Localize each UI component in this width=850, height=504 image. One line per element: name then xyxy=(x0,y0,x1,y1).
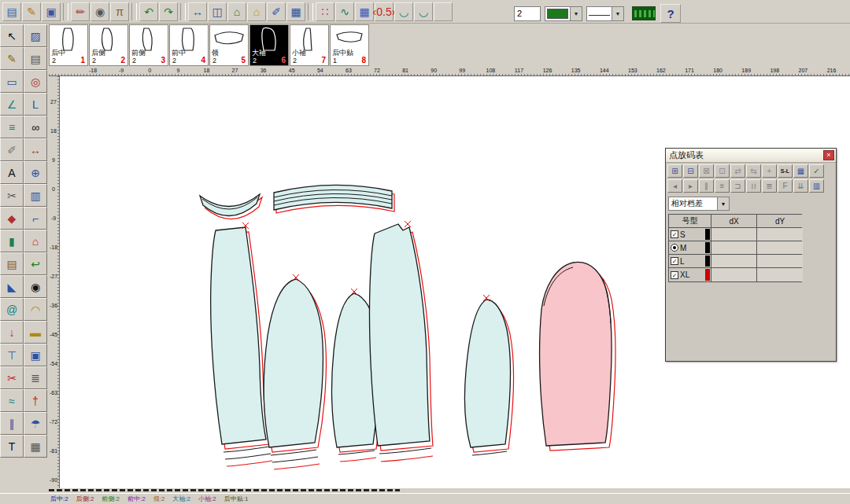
color-wheel-icon[interactable] xyxy=(434,2,453,21)
pattern-piece-tab[interactable]: 小袖 2 7 xyxy=(290,24,329,66)
size-row[interactable]: ✓ S xyxy=(669,228,801,241)
list-grade-icon[interactable]: ≣ xyxy=(762,179,777,193)
size-checkbox[interactable]: ✓ xyxy=(671,271,678,279)
size-row[interactable]: ✓ M xyxy=(669,241,801,255)
dx-cell[interactable] xyxy=(711,228,757,241)
size-range-icon[interactable]: S-L xyxy=(778,164,793,178)
workbench-icon[interactable]: π xyxy=(110,2,129,21)
redo-icon[interactable]: ↷ xyxy=(159,2,178,21)
books-tool-icon[interactable]: ▤ xyxy=(0,252,24,275)
grid-table-icon[interactable]: ▦ xyxy=(355,2,374,21)
piece-yellow-icon[interactable]: ⌂ xyxy=(247,2,266,21)
size-radio[interactable] xyxy=(671,244,678,252)
drill-tool-icon[interactable]: † xyxy=(24,389,47,412)
dropper-tool-icon[interactable]: ✐ xyxy=(0,138,24,161)
copy-grade-icon[interactable]: ⊞ xyxy=(667,164,682,178)
sewing-machine-tool-icon[interactable]: ⌐ xyxy=(24,207,47,230)
pattern-piece-tab[interactable]: 后中 2 1 xyxy=(49,24,88,66)
stamp-tool-icon[interactable]: ▣ xyxy=(24,344,47,366)
knife-tool-icon[interactable]: ✂ xyxy=(0,184,24,207)
spiral-tool-icon[interactable]: @ xyxy=(0,298,24,321)
swap-xy-icon[interactable]: ⇄ xyxy=(730,164,745,178)
size-checkbox[interactable]: ✓ xyxy=(671,230,678,238)
rect-tool-icon[interactable]: ▭ xyxy=(0,70,24,93)
flowchart-icon[interactable]: ▦ xyxy=(286,2,305,21)
curve-plot-icon[interactable]: ∿ xyxy=(335,2,354,21)
size-row[interactable]: ✓ XL xyxy=(669,268,801,281)
text-a-tool-icon[interactable]: A xyxy=(0,161,24,184)
dy-cell[interactable] xyxy=(757,255,803,267)
close-icon[interactable]: × xyxy=(823,150,834,160)
pattern-piece-tab[interactable]: 后侧 2 2 xyxy=(89,24,128,66)
toolbar-separator[interactable] xyxy=(63,3,68,20)
open-file-icon[interactable]: ✎ xyxy=(22,2,41,21)
copy-dy-icon[interactable]: ⊡ xyxy=(715,164,730,178)
grade-mode-select[interactable]: 相对档差 ▼ xyxy=(668,197,730,211)
piece-neckband[interactable] xyxy=(274,185,394,213)
dy-cell[interactable] xyxy=(757,228,803,241)
pattern-piece-tab[interactable]: 前侧 2 3 xyxy=(129,24,168,66)
filmstrip-icon[interactable] xyxy=(632,6,656,20)
piece-big-sleeve[interactable] xyxy=(540,262,615,451)
size-color-icon[interactable]: ▥ xyxy=(809,179,824,193)
wave-tool-icon[interactable]: ≈ xyxy=(0,389,24,412)
camera-icon[interactable]: ◉ xyxy=(91,2,109,21)
shirt-tool-icon[interactable]: ⌂ xyxy=(24,230,47,252)
prev-size-icon[interactable]: ◂ xyxy=(667,179,682,193)
size-row[interactable]: ✓ L xyxy=(669,255,801,268)
glasses-tool-icon[interactable]: ∞ xyxy=(24,116,47,138)
offset-05-icon[interactable]: ‹0.5› xyxy=(375,2,394,21)
uturn-arrow-tool-icon[interactable]: ↩ xyxy=(24,252,47,275)
target-tool-icon[interactable]: ⊕ xyxy=(24,161,47,184)
grade-table-icon[interactable]: ▦ xyxy=(793,164,808,178)
dx-cell[interactable] xyxy=(711,255,757,267)
comb-tool-icon[interactable]: ≡ xyxy=(0,116,24,138)
bracket-icon[interactable]: ⊐ xyxy=(730,179,745,193)
binocular-tool-icon[interactable]: ◉ xyxy=(24,275,47,298)
undo-icon[interactable]: ↶ xyxy=(139,2,158,21)
equal-steps-icon[interactable]: ∥ xyxy=(699,179,714,193)
bag-tool-icon[interactable]: ◆ xyxy=(0,207,24,230)
pen-blue-icon[interactable]: ✐ xyxy=(267,2,286,21)
piece-small-sleeve[interactable] xyxy=(464,300,513,455)
text-t-tool-icon[interactable]: T xyxy=(0,435,24,458)
comb2-tool-icon[interactable]: ∥ xyxy=(0,412,24,435)
angle-tool-icon[interactable]: ∠ xyxy=(0,93,24,116)
umbrella-tool-icon[interactable]: ☂ xyxy=(24,412,47,435)
pencil-tool-icon[interactable]: ✎ xyxy=(0,47,24,70)
triangle-tool-icon[interactable]: ◣ xyxy=(0,275,24,298)
toolbar-separator[interactable] xyxy=(180,3,186,20)
measure-icon[interactable]: ↔ xyxy=(188,2,207,21)
toolbar-separator[interactable] xyxy=(308,3,313,20)
split-window-icon[interactable]: ◫ xyxy=(208,2,227,21)
plotter-tool-icon[interactable]: ▥ xyxy=(24,184,47,207)
down-arrow-tool-icon[interactable]: ↓ xyxy=(0,321,24,344)
grid-tool-icon[interactable]: ▦ xyxy=(24,435,47,458)
dx-cell[interactable] xyxy=(711,268,757,281)
confirm-icon[interactable]: ✓ xyxy=(809,164,824,178)
dy-cell[interactable] xyxy=(757,268,803,281)
size-checkbox[interactable]: ✓ xyxy=(671,257,678,265)
steps-tool-icon[interactable]: ≣ xyxy=(24,366,47,389)
pattern-piece-tab[interactable]: 前中 2 4 xyxy=(169,24,209,66)
select-tool-icon[interactable]: ↖ xyxy=(0,24,24,47)
dy-cell[interactable] xyxy=(757,241,803,254)
line-style-combo[interactable]: ▼ xyxy=(586,6,624,21)
line-width-input[interactable] xyxy=(514,6,541,21)
function-icon[interactable]: F xyxy=(778,179,793,193)
chevron-down-icon[interactable]: ▼ xyxy=(612,7,623,20)
new-document-icon[interactable]: ▤ xyxy=(2,2,21,21)
collapse-icon[interactable]: ⇊ xyxy=(793,179,808,193)
scatter-plot-icon[interactable]: ∷ xyxy=(316,2,334,21)
pattern-design-tool-icon[interactable]: ▨ xyxy=(24,24,47,47)
scissors-tool-icon[interactable]: ✂ xyxy=(0,366,24,389)
chevron-down-icon[interactable]: ▼ xyxy=(717,197,729,210)
mirror-grade-icon[interactable]: ⇆ xyxy=(746,164,761,178)
ruler-tool-icon[interactable]: ▬ xyxy=(24,321,47,344)
pair-lines-icon[interactable]: ∣∣ xyxy=(746,179,761,193)
piece-collar[interactable] xyxy=(200,194,262,219)
next-size-icon[interactable]: ▸ xyxy=(683,179,698,193)
toolbar-separator[interactable] xyxy=(131,3,137,20)
copy-dx-icon[interactable]: ⊠ xyxy=(699,164,714,178)
piece-green-icon[interactable]: ⌂ xyxy=(227,2,246,21)
